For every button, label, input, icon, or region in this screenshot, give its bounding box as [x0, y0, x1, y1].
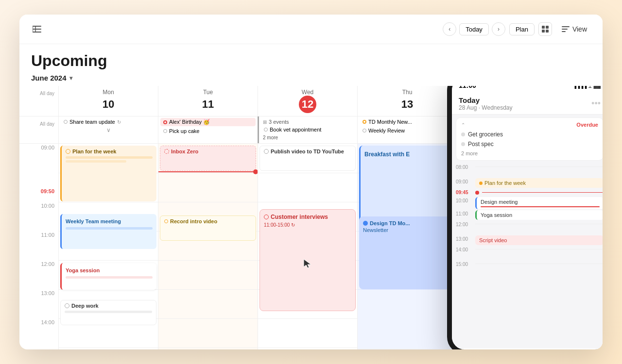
allday-more-wed[interactable]: 2 more [261, 134, 355, 141]
day-name-tue: Tue [203, 89, 213, 96]
event-yoga[interactable]: Yoga session [60, 263, 156, 290]
event-record-intro[interactable]: Record intro video [160, 215, 256, 241]
mobile-current-time-row: 09:45 [456, 190, 603, 195]
mobile-event-plan[interactable]: Plan for the week [475, 178, 603, 188]
mobile-content: Today 28 Aug · Wednesday ••• [452, 91, 603, 348]
circle-icon [66, 149, 70, 154]
mobile-header: Today 28 Aug · Wednesday ••• [452, 91, 603, 115]
svg-rect-10 [562, 31, 566, 32]
time-slot-950-pre [19, 173, 58, 187]
grid-view-button[interactable] [538, 22, 552, 36]
day-num-thu: 13 [398, 96, 416, 113]
day-num-mon: 10 [100, 96, 117, 113]
allday-event-vet[interactable]: Book vet appointment [261, 126, 355, 133]
allday-row: All day Share team update ↻ ∨ [19, 116, 457, 144]
time-slot-9: 09:00 [19, 144, 58, 173]
toolbar-right: ‹ Today › Plan View [443, 22, 593, 36]
day-num-tue: 11 [199, 96, 217, 113]
event-customer-interviews[interactable]: Customer interviews 11:00-15:00 ↻ [259, 209, 356, 311]
mobile-event-yoga[interactable]: Yoga session [475, 210, 603, 220]
mobile-hour-1200: 12:00 [456, 221, 603, 235]
event-deep-work[interactable]: Deep work [60, 300, 156, 325]
day-headers: All day Mon 10 Tue 11 Wed 12 Thu [19, 86, 457, 116]
event-publish-video[interactable]: Publish video to TD YouTube [259, 146, 356, 171]
sidebar-toggle-button[interactable] [29, 21, 45, 37]
allday-event-birthday[interactable]: Alex' Birthday 🥳 [160, 118, 256, 126]
mobile-event-script[interactable]: Script video [475, 235, 603, 245]
day-col-mon: Plan for the week Weekly Team meeting [58, 144, 158, 349]
mobile-hour-1100: 11:00 Yoga session [456, 210, 603, 220]
time-label-1000: 10:00 [19, 202, 58, 231]
allday-event-cake[interactable]: Pick up cake [160, 127, 256, 135]
overdue-section: ⌃ Overdue Get groceries Post spec [456, 117, 603, 161]
time-slot-12: 12:00 [19, 260, 58, 289]
mobile-status-icons: ▐▐▐▐ ⌶ ▓▓ [573, 86, 601, 88]
allday-expand-mon[interactable]: ∨ [61, 127, 156, 133]
event-design-td[interactable]: Design TD Mo... Newsletter [359, 216, 455, 289]
allday-event-3events[interactable]: ⊞ 3 events [261, 118, 355, 126]
time-grid: 09:00 09:50 10:00 11:00 12: [19, 144, 457, 349]
day-col-tue: Inbox Zero Record int [158, 144, 258, 349]
more-dots-icon[interactable]: ••• [591, 99, 601, 109]
view-button[interactable]: View [556, 22, 593, 36]
mobile-overdue-groceries: Get groceries [461, 130, 598, 139]
expand-icon[interactable]: ⌃ [461, 122, 465, 128]
circle-icon [264, 149, 269, 154]
event-plan-week[interactable]: Plan for the week [60, 146, 156, 201]
time-label-1100: 11:00 [19, 231, 58, 260]
page-title: Upcoming [31, 52, 591, 70]
allday-label: All day [19, 86, 58, 116]
time-slot-11: 11:00 [19, 231, 58, 260]
mobile-hour-1000: 10:00 Design meeting [456, 197, 603, 209]
day-header-tue: Tue 11 [158, 86, 258, 116]
allday-event-weekly-review[interactable]: Weekly Review [360, 127, 455, 134]
allday-event-td-monthly[interactable]: TD Monthly New... [360, 118, 455, 126]
mobile-time: 11:00 [459, 86, 476, 89]
event-inbox-zero[interactable]: Inbox Zero [160, 146, 256, 171]
orange-dot-icon [363, 120, 366, 124]
svg-rect-9 [562, 29, 568, 30]
day-col-wed: Publish video to TD YouTube Customer int… [258, 144, 357, 349]
allday-event-share-team[interactable]: Share team update ↻ [61, 118, 156, 126]
event-weekly-meeting[interactable]: Weekly Team meeting [60, 214, 156, 249]
today-button[interactable]: Today [459, 23, 489, 35]
svg-rect-4 [542, 26, 545, 29]
overdue-label: Overdue [576, 122, 598, 128]
day-columns: Plan for the week Weekly Team meeting [58, 144, 457, 349]
day-name-mon: Mon [103, 89, 114, 96]
mobile-overdue-spec: Post spec [461, 139, 598, 149]
dashed-circle-icon [164, 149, 169, 154]
day-header-wed: Wed 12 [258, 86, 357, 116]
refresh-icon: ↻ [117, 119, 121, 125]
allday-cell-tue: Alex' Birthday 🥳 Pick up cake [158, 116, 258, 143]
prev-button[interactable]: ‹ [443, 22, 456, 36]
time-line-tue [158, 171, 258, 172]
toolbar-left [29, 21, 45, 37]
toolbar: ‹ Today › Plan View [19, 15, 603, 44]
red-dot-icon [163, 120, 167, 124]
mobile-more-overdue[interactable]: 2 more [461, 150, 598, 156]
date-nav[interactable]: June 2024 ▾ [31, 74, 591, 82]
mobile-hour-800: 08:00 [456, 164, 603, 178]
circle-icon [65, 303, 69, 308]
page-header: Upcoming June 2024 ▾ [19, 44, 603, 86]
mobile-event-design[interactable]: Design meeting [475, 197, 603, 209]
next-button[interactable]: › [492, 22, 505, 36]
time-label-1300: 13:00 [19, 289, 58, 318]
day-num-wed: 12 [299, 96, 316, 113]
allday-cell-mon: Share team update ↻ ∨ [58, 116, 158, 143]
mobile-status-bar: 11:00 ▐▐▐▐ ⌶ ▓▓ [452, 86, 603, 91]
red-circle-icon [264, 215, 269, 219]
time-slot-13: 13:00 [19, 289, 58, 318]
mobile-hour-900: 09:00 Plan for the week [456, 178, 603, 188]
content-area: Upcoming June 2024 ▾ All day Mon 10 Tue [19, 44, 603, 349]
svg-rect-6 [542, 30, 545, 33]
plan-button[interactable]: Plan [509, 23, 535, 35]
mobile-timeline: 08:00 09:00 Plan for the week [452, 164, 603, 275]
day-header-mon: Mon 10 [58, 86, 158, 116]
orange-dot-icon [164, 219, 168, 223]
circle-icon [363, 129, 366, 132]
circle-icon [163, 129, 167, 133]
allday-cell-thu: TD Monthly New... Weekly Review [357, 116, 457, 143]
time-label-1200: 12:00 [19, 260, 58, 289]
